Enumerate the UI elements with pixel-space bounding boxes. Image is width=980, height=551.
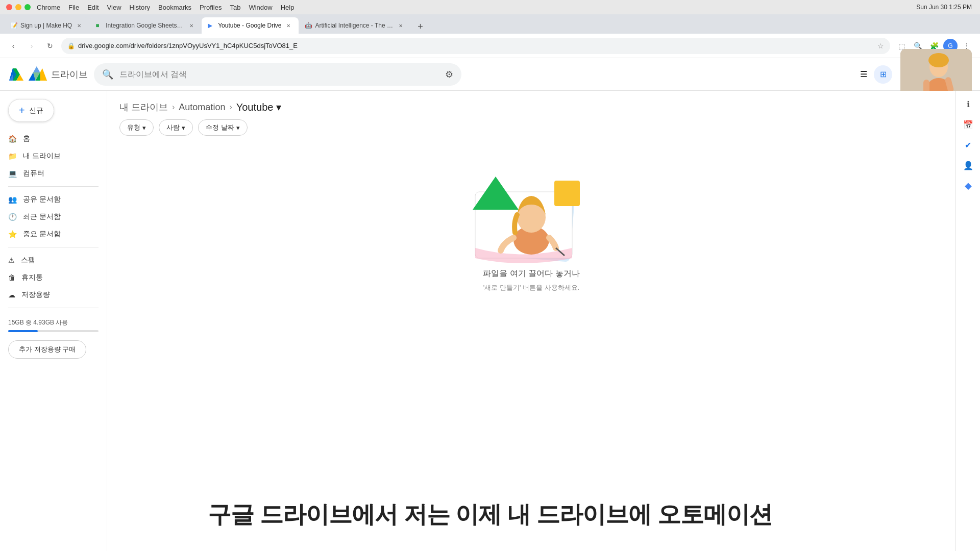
tab-favicon-ai: 🤖 <box>305 22 312 29</box>
sidebar-storage-info: 15GB 중 4.93GB 사용 추가 저장용량 구매 <box>0 312 107 365</box>
right-panel-maps[interactable]: ◆ <box>959 177 977 195</box>
filter-date-button[interactable]: 수정 날짜 ▾ <box>198 119 248 136</box>
tab-close-makehq[interactable]: ✕ <box>75 21 83 30</box>
menu-bookmarks[interactable]: Bookmarks <box>158 4 191 11</box>
tab-title-ai: Artificial Intelligence - The V... <box>315 22 394 29</box>
folder-icon: 📁 <box>8 152 17 160</box>
buy-storage-button[interactable]: 추가 저장용량 구매 <box>8 340 86 359</box>
empty-state-sub-text: '새로 만들기' 버튼을 사용하세요. <box>483 283 579 292</box>
minimize-window-button[interactable] <box>15 4 21 10</box>
svg-rect-20 <box>554 181 580 206</box>
sidebar-item-storage[interactable]: ☁ 저장용량 <box>0 286 103 304</box>
mac-menu-bar: Chrome File Edit View History Bookmarks … <box>37 4 294 11</box>
menu-view[interactable]: View <box>107 4 121 11</box>
menu-profiles[interactable]: Profiles <box>200 4 222 11</box>
tab-ai[interactable]: 🤖 Artificial Intelligence - The V... ✕ <box>299 17 411 34</box>
filter-date-chevron: ▾ <box>236 124 240 132</box>
bottom-subtitle: 구글 드라이브에서 저는 이제 내 드라이브에 오토메이션 <box>0 499 980 531</box>
tab-close-youtube[interactable]: ✕ <box>284 21 292 30</box>
new-tab-button[interactable]: + <box>413 19 427 34</box>
tab-title-youtube: Youtube - Google Drive <box>218 22 281 29</box>
menu-window[interactable]: Window <box>249 4 272 11</box>
sidebar-label-computer: 컴퓨터 <box>23 169 44 178</box>
tab-close-ai[interactable]: ✕ <box>397 21 405 30</box>
new-button[interactable]: + 신규 <box>8 99 54 122</box>
sidebar-item-trash[interactable]: 🗑 휴지통 <box>0 269 103 286</box>
sidebar-item-starred[interactable]: ⭐ 중요 문서함 <box>0 226 103 243</box>
sidebar-item-spam[interactable]: ⚠ 스팸 <box>0 252 103 269</box>
breadcrumb-current[interactable]: Youtube ▾ <box>236 101 282 113</box>
menu-chrome[interactable]: Chrome <box>37 4 60 11</box>
spam-icon: ⚠ <box>8 256 15 264</box>
shared-icon: 👥 <box>8 195 17 204</box>
filter-type-button[interactable]: 유형 ▾ <box>119 119 154 136</box>
tab-youtube-drive[interactable]: ▶ Youtube - Google Drive ✕ <box>202 17 299 34</box>
menu-tab[interactable]: Tab <box>230 4 240 11</box>
right-panel-tasks[interactable]: ✔ <box>959 136 977 154</box>
empty-state-illustration <box>465 166 598 268</box>
sidebar-divider-3 <box>8 308 99 308</box>
menu-edit[interactable]: Edit <box>87 4 99 11</box>
svg-marker-9 <box>40 68 47 81</box>
tab-close-sheets[interactable]: ✕ <box>187 21 195 30</box>
tab-title-makehq: Sign up | Make HQ <box>20 22 72 29</box>
mac-window-controls[interactable] <box>6 4 31 10</box>
search-box[interactable]: 🔍 ⚙ <box>94 63 461 86</box>
recent-icon: 🕐 <box>8 213 17 221</box>
home-icon: 🏠 <box>8 135 17 143</box>
sidebar-divider-2 <box>8 247 99 247</box>
tab-favicon-sheets: ■ <box>95 22 103 29</box>
forward-button[interactable]: › <box>24 39 39 53</box>
drive-logo-text: 드라이브 <box>51 68 88 81</box>
close-window-button[interactable] <box>6 4 12 10</box>
plus-icon: + <box>19 105 25 116</box>
empty-state: 파일을 여기 끌어다 놓거나 '새로 만들기' 버튼을 사용하세요. <box>119 146 943 313</box>
menu-file[interactable]: File <box>68 4 79 11</box>
grid-view-button[interactable]: ⊞ <box>874 65 892 84</box>
tab-makehq[interactable]: 📝 Sign up | Make HQ ✕ <box>4 17 89 34</box>
sidebar-item-recent[interactable]: 🕐 최근 문서함 <box>0 208 103 226</box>
search-settings-icon[interactable]: ⚙ <box>445 69 453 80</box>
breadcrumb-root[interactable]: 내 드라이브 <box>119 101 168 113</box>
star-icon: ⭐ <box>8 230 17 238</box>
filter-person-button[interactable]: 사람 ▾ <box>159 119 193 136</box>
view-toggle: ☰ ⊞ <box>854 65 892 84</box>
right-panel-contacts[interactable]: 👤 <box>959 156 977 174</box>
tab-favicon-youtube: ▶ <box>208 22 215 29</box>
right-panel-calendar[interactable]: 📅 <box>959 115 977 134</box>
search-icon: 🔍 <box>102 69 113 80</box>
breadcrumb-sep-1: › <box>172 103 175 112</box>
address-bar[interactable]: 🔒 drive.google.com/drive/folders/1znpVOy… <box>61 38 890 54</box>
sidebar-label-trash: 휴지통 <box>21 273 43 282</box>
drive-header: 드라이브 🔍 ⚙ ☰ ⊞ <box>0 58 980 91</box>
menu-history[interactable]: History <box>130 4 150 11</box>
main-layout: + 신규 🏠 홈 📁 내 드라이브 💻 컴퓨터 👥 공유 문서함 🕐 최근 문서… <box>0 91 980 551</box>
drive-logo[interactable]: 드라이브 <box>8 66 88 83</box>
breadcrumb-parent[interactable]: Automation <box>179 102 225 113</box>
sidebar-label-home: 홈 <box>23 134 30 143</box>
chrome-tab-bar: 📝 Sign up | Make HQ ✕ ■ Integration Goog… <box>0 14 980 34</box>
list-view-button[interactable]: ☰ <box>854 65 873 84</box>
sidebar-item-shared[interactable]: 👥 공유 문서함 <box>0 191 103 208</box>
tab-title-sheets: Integration Google Sheets | M... <box>106 22 184 29</box>
sidebar-item-mydrive[interactable]: 📁 내 드라이브 <box>0 147 103 165</box>
svg-marker-8 <box>33 66 40 72</box>
back-button[interactable]: ‹ <box>6 39 20 53</box>
menu-help[interactable]: Help <box>281 4 295 11</box>
svg-point-12 <box>928 53 949 67</box>
sidebar-item-home[interactable]: 🏠 홈 <box>0 130 103 147</box>
sidebar-label-starred: 중요 문서함 <box>23 230 61 239</box>
search-input[interactable] <box>119 70 439 79</box>
computer-icon: 💻 <box>8 169 17 178</box>
filter-person-chevron: ▾ <box>182 124 185 132</box>
right-panel: ℹ 📅 ✔ 👤 ◆ + <box>955 91 980 551</box>
sidebar-item-computer[interactable]: 💻 컴퓨터 <box>0 165 103 182</box>
right-panel-info[interactable]: ℹ <box>959 95 977 113</box>
trash-icon: 🗑 <box>8 273 15 282</box>
maximize-window-button[interactable] <box>24 4 31 10</box>
sidebar-label-spam: 스팸 <box>21 256 35 265</box>
chrome-toolbar: ‹ › ↻ 🔒 drive.google.com/drive/folders/1… <box>0 34 980 58</box>
reload-button[interactable]: ↻ <box>43 39 57 53</box>
tab-sheets[interactable]: ■ Integration Google Sheets | M... ✕ <box>89 17 202 34</box>
new-button-label: 신규 <box>29 106 43 115</box>
